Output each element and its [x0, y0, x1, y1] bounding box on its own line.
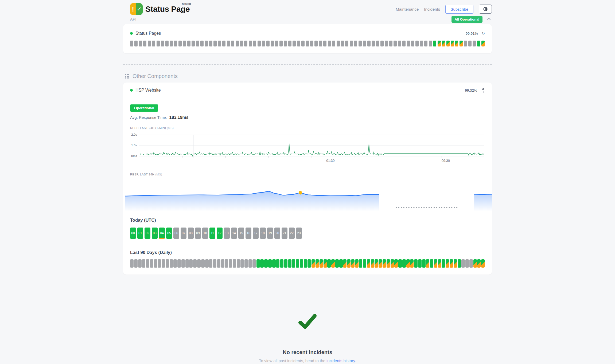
uptime-bar[interactable] [319, 41, 322, 46]
hour-block[interactable]: 23 [296, 228, 302, 239]
day-block[interactable] [434, 259, 437, 268]
hour-block[interactable]: 19 [267, 228, 273, 239]
status-page-logo[interactable]: ! ✓ hosted Status Page [130, 3, 190, 15]
day-block[interactable] [339, 259, 343, 268]
day-block[interactable] [213, 259, 216, 268]
hour-block[interactable]: 18 [260, 228, 266, 239]
day-block[interactable] [387, 259, 390, 268]
day-block[interactable] [201, 259, 205, 268]
hour-block[interactable]: 02 [145, 228, 150, 239]
day-block[interactable] [217, 259, 220, 268]
uptime-bar[interactable] [253, 41, 256, 46]
all-operational-badge[interactable]: All Operational [451, 16, 482, 23]
uptime-bar[interactable] [178, 41, 182, 46]
hour-block[interactable]: 13 [224, 228, 230, 239]
uptime-bar[interactable] [464, 41, 467, 46]
uptime-bar[interactable] [227, 41, 230, 46]
uptime-bar[interactable] [341, 41, 344, 46]
uptime-bar[interactable] [279, 41, 283, 46]
chart-marker-dot[interactable] [299, 191, 302, 194]
day-block[interactable] [418, 259, 422, 268]
uptime-bar[interactable] [240, 41, 243, 46]
day-block[interactable] [454, 259, 457, 268]
day-block[interactable] [189, 259, 193, 268]
day-block[interactable] [244, 259, 248, 268]
component-row-hsp-website[interactable]: HSP Website 99.32% [130, 87, 485, 93]
day-block[interactable] [312, 259, 315, 268]
day-block[interactable] [240, 259, 244, 268]
day-block[interactable] [402, 259, 406, 268]
day-block[interactable] [229, 259, 232, 268]
uptime-bar[interactable] [438, 41, 441, 46]
day-block[interactable] [351, 259, 355, 268]
subscribe-button[interactable]: Subscribe [445, 5, 473, 14]
uptime-bar[interactable] [284, 41, 287, 46]
uptime-bar[interactable] [196, 41, 199, 46]
day-block[interactable] [410, 259, 414, 268]
uptime-bar[interactable] [262, 41, 265, 46]
hour-block[interactable]: 22 [289, 228, 295, 239]
uptime-bar[interactable] [376, 41, 379, 46]
day-block[interactable] [473, 259, 477, 268]
day-block[interactable] [150, 259, 153, 268]
uptime-bar[interactable] [460, 41, 463, 46]
uptime-bar[interactable] [209, 41, 212, 46]
day-block[interactable] [209, 259, 212, 268]
hour-block[interactable]: 08 [188, 228, 194, 239]
day-block[interactable] [343, 259, 347, 268]
day-block[interactable] [406, 259, 410, 268]
day-block[interactable] [276, 259, 279, 268]
uptime-bar[interactable] [301, 41, 305, 46]
day-block[interactable] [363, 259, 366, 268]
uptime-bar[interactable] [205, 41, 208, 46]
day-block[interactable] [308, 259, 311, 268]
uptime-bar[interactable] [477, 41, 480, 46]
hour-block[interactable]: 01 [137, 228, 143, 239]
day-block[interactable] [170, 259, 173, 268]
day-block[interactable] [166, 259, 169, 268]
uptime-bar[interactable] [288, 41, 291, 46]
uptime-bar[interactable] [359, 41, 362, 46]
uptime-bar[interactable] [451, 41, 454, 46]
uptime-bar[interactable] [446, 41, 450, 46]
day-block[interactable] [367, 259, 370, 268]
day-block[interactable] [316, 259, 319, 268]
component-row-status-pages[interactable]: Status Pages 99.91% ↻ [130, 30, 485, 36]
uptime-bar[interactable] [152, 41, 155, 46]
day-block[interactable] [394, 259, 398, 268]
day-block[interactable] [272, 259, 276, 268]
uptime-bar[interactable] [424, 41, 427, 46]
day-block[interactable] [300, 259, 303, 268]
day-block[interactable] [481, 259, 485, 268]
day-block[interactable] [446, 259, 449, 268]
hour-block[interactable]: 21 [282, 228, 287, 239]
uptime-bar[interactable] [328, 41, 331, 46]
hour-block[interactable]: 17 [253, 228, 259, 239]
day-block[interactable] [465, 259, 469, 268]
day-block[interactable] [292, 259, 295, 268]
day-block[interactable] [304, 259, 307, 268]
uptime-bar[interactable] [442, 41, 445, 46]
uptime-bar[interactable] [139, 41, 142, 46]
uptime-bar[interactable] [433, 41, 436, 46]
uptime-bar[interactable] [187, 41, 190, 46]
day-block[interactable] [233, 259, 236, 268]
uptime-bar[interactable] [402, 41, 406, 46]
uptime-bar[interactable] [354, 41, 357, 46]
day-block[interactable] [324, 259, 327, 268]
uptime-bar[interactable] [183, 41, 186, 46]
day-block[interactable] [221, 259, 224, 268]
uptime-bar[interactable] [236, 41, 239, 46]
uptime-bar[interactable] [310, 41, 313, 46]
nav-incidents[interactable]: Incidents [424, 7, 440, 11]
hour-block[interactable]: 05 [166, 228, 172, 239]
day-block[interactable] [260, 259, 264, 268]
day-block[interactable] [280, 259, 283, 268]
uptime-bar[interactable] [345, 41, 348, 46]
day-block[interactable] [371, 259, 374, 268]
uptime-bar[interactable] [385, 41, 388, 46]
chevron-up-icon[interactable] [486, 16, 492, 22]
uptime-bar[interactable] [218, 41, 221, 46]
hour-block[interactable]: 04 [159, 228, 165, 239]
uptime-bar[interactable] [134, 41, 138, 46]
